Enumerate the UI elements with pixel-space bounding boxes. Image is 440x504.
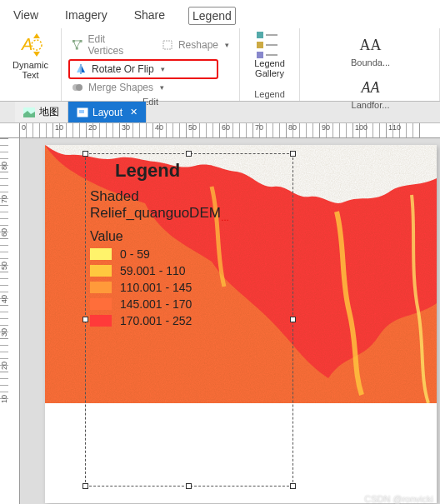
- ribbon-tabs: View Imagery Share Legend: [0, 0, 440, 28]
- workspace: 0102030405060708090100110 80706050403020…: [0, 123, 440, 504]
- legend-gallery-label: Legend Gallery: [254, 58, 285, 78]
- doc-tab-label: Layout: [92, 107, 122, 118]
- close-icon[interactable]: ✕: [130, 107, 138, 117]
- dynamic-text-label: Dynamic Text: [12, 60, 48, 80]
- svg-point-1: [32, 40, 42, 50]
- ruler-tick: 80: [0, 138, 8, 172]
- svg-rect-5: [163, 41, 172, 49]
- map-icon: [23, 107, 35, 117]
- ruler-tick: 100: [353, 123, 387, 137]
- ruler-tick: 70: [0, 172, 8, 205]
- layout-icon: [77, 107, 88, 117]
- edit-vertices-icon: [72, 39, 83, 51]
- svg-text:A: A: [21, 35, 32, 53]
- ruler-tick: 90: [320, 123, 353, 137]
- doc-tab-label: 地图: [39, 105, 59, 119]
- text-style-preview: AA: [360, 37, 382, 54]
- tab-share[interactable]: Share: [131, 7, 168, 25]
- merge-shapes-label: Merge Shapes: [88, 82, 153, 93]
- text-style-boundary[interactable]: AA Bounda...: [308, 37, 432, 67]
- text-style-label: Bounda...: [351, 57, 390, 67]
- ruler-tick: 40: [153, 123, 187, 137]
- ruler-tick: 70: [253, 123, 287, 137]
- text-style-label: Landfor...: [352, 100, 390, 110]
- tab-imagery[interactable]: Imagery: [62, 7, 111, 25]
- ruler-tick: 40: [0, 272, 8, 305]
- rotate-or-flip-button[interactable]: Rotate Or Flip ▾: [68, 59, 218, 79]
- ruler-tick: 50: [187, 123, 220, 137]
- horizontal-ruler[interactable]: 0102030405060708090100110: [20, 123, 440, 138]
- ruler-tick: 60: [220, 123, 253, 137]
- dynamic-text-button[interactable]: A Dynamic Text: [12, 32, 48, 80]
- svg-point-7: [76, 84, 82, 91]
- svg-rect-10: [79, 110, 84, 113]
- selection-box[interactable]: [85, 153, 293, 487]
- chevron-down-icon: ▾: [225, 41, 229, 49]
- ruler-tick: 20: [0, 338, 8, 372]
- ruler-tick: 10: [0, 372, 8, 405]
- ruler-tick: 60: [0, 205, 8, 238]
- text-symbol-group: AA Bounda... AA Landfor...: [300, 28, 440, 101]
- ruler-tick: 80: [287, 123, 320, 137]
- watermark: CSDN @ronvicki: [364, 494, 433, 504]
- text-style-preview: AA: [362, 79, 380, 97]
- ruler-tick: 30: [0, 305, 8, 338]
- layout-canvas[interactable]: Legend Shaded Relief_quanguoDEM… Value 0…: [20, 138, 440, 504]
- chevron-down-icon: ▾: [161, 65, 165, 73]
- merge-shapes-button[interactable]: Merge Shapes ▾: [68, 80, 232, 95]
- ruler-tick: 30: [120, 123, 153, 137]
- chevron-down-icon: ▾: [160, 83, 164, 92]
- reshape-button[interactable]: Reshape ▾: [158, 32, 232, 58]
- reshape-icon: [162, 39, 173, 51]
- ribbon: A Dynamic Text Edit Vertices Reshape ▾: [0, 28, 440, 102]
- legend-gallery-icon: [257, 32, 283, 57]
- layout-page: Legend Shaded Relief_quanguoDEM… Value 0…: [45, 145, 437, 503]
- merge-shapes-icon: [72, 82, 83, 93]
- doc-tab-layout[interactable]: Layout ✕: [68, 102, 147, 122]
- flip-icon: [75, 63, 87, 75]
- doc-tab-map[interactable]: 地图: [15, 102, 68, 122]
- ruler-tick: 10: [53, 123, 87, 137]
- edit-group: Edit Vertices Reshape ▾ Rotate Or Flip ▾…: [62, 28, 240, 101]
- edit-vertices-button[interactable]: Edit Vertices: [68, 32, 145, 58]
- legend-group: Legend Gallery Legend: [240, 28, 300, 101]
- edit-vertices-label: Edit Vertices: [88, 33, 142, 57]
- rotate-flip-label: Rotate Or Flip: [92, 63, 154, 75]
- tab-legend[interactable]: Legend: [188, 7, 236, 25]
- legend-group-label: Legend: [254, 87, 285, 99]
- text-style-landform[interactable]: AA Landfor...: [308, 79, 432, 110]
- ruler-tick: 20: [87, 123, 120, 137]
- ruler-tick: 110: [387, 123, 420, 137]
- tab-view[interactable]: View: [10, 7, 42, 25]
- ruler-tick: 0: [20, 123, 53, 137]
- vertical-ruler[interactable]: 8070605040302010: [0, 138, 20, 504]
- insert-group: A Dynamic Text: [0, 28, 62, 101]
- reshape-label: Reshape: [178, 39, 218, 51]
- ruler-corner: [0, 123, 20, 138]
- dynamic-text-icon: A: [17, 32, 43, 58]
- ruler-tick: 50: [0, 238, 8, 272]
- legend-gallery-button[interactable]: Legend Gallery: [254, 32, 285, 78]
